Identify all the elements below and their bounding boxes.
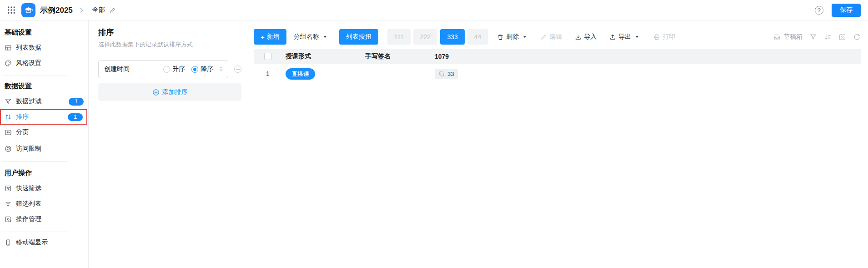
sidebar-section-basic: 基础设置 <box>0 26 88 38</box>
column-header-teaching-mode[interactable]: 授课形式 <box>282 52 361 61</box>
sort-rule-card: 创建时间 升序 降序 <box>98 60 228 78</box>
sidebar-item-list-data[interactable]: 列表数据 <box>0 40 88 56</box>
delete-dropdown[interactable]: 删除 <box>497 33 527 41</box>
sidebar-item-label: 筛选列表 <box>16 200 41 208</box>
sidebar-item-label: 列表数据 <box>16 44 41 52</box>
help-icon[interactable]: ? <box>815 6 823 15</box>
custom-button-44[interactable]: 44 <box>467 29 488 45</box>
action-manage-icon <box>5 216 12 223</box>
table-row[interactable]: 1 直播课 33 <box>254 64 861 84</box>
add-record-button[interactable]: + 新增 <box>254 29 286 45</box>
count-value: 33 <box>447 71 454 77</box>
group-name-label: 分组名称 <box>294 33 319 41</box>
delete-label: 删除 <box>506 33 519 41</box>
sort-desc-radio[interactable]: 降序 <box>191 65 213 73</box>
add-record-label: 新增 <box>267 33 280 41</box>
caret-down-icon <box>634 34 640 40</box>
filter-list-icon <box>5 200 12 207</box>
sidebar-item-pagination[interactable]: 分页 <box>0 125 88 140</box>
sidebar-item-label: 操作管理 <box>16 215 41 223</box>
sort-settings-panel: 排序 选择此数据集下的记录默认排序方式 创建时间 升序 降序 <box>89 20 249 268</box>
apps-grid-icon[interactable] <box>7 6 15 14</box>
sort-asc-radio[interactable]: 升序 <box>163 65 185 73</box>
sidebar-item-quick-filter[interactable]: 快速筛选 <box>0 181 88 196</box>
sort-count-badge: 1 <box>68 113 83 121</box>
print-label: 打印 <box>662 33 675 41</box>
add-sort-label: 添加排序 <box>162 88 188 96</box>
app-logo[interactable] <box>21 3 35 17</box>
plus-icon: + <box>261 33 265 41</box>
filter-records-icon[interactable] <box>809 33 817 41</box>
save-button[interactable]: 保存 <box>832 4 861 17</box>
sidebar-item-mobile-display[interactable]: 移动端显示 <box>0 235 88 250</box>
drafts-button[interactable]: 草稿箱 <box>773 33 803 41</box>
count-chip[interactable]: 33 <box>435 69 458 79</box>
records-table: 授课形式 手写签名 1079 1 直播课 3 <box>254 49 861 84</box>
settings-sidebar: 基础设置 列表数据 风格设置 数据设置 <box>0 20 89 268</box>
workspace: 基础设置 列表数据 风格设置 数据设置 <box>0 20 868 268</box>
sort-rule-row: 创建时间 升序 降序 <box>98 60 241 78</box>
pagination-icon <box>5 129 12 136</box>
sidebar-section-user-actions: 用户操作 <box>0 167 88 179</box>
custom-button-333[interactable]: 333 <box>440 29 464 45</box>
main-content: + 新增 分组名称 列表按扭 111 222 333 44 <box>249 20 868 268</box>
radio-unchecked-icon <box>163 66 170 73</box>
sort-field-name[interactable]: 创建时间 <box>104 65 163 73</box>
select-all-checkbox[interactable] <box>264 53 271 60</box>
refresh-icon[interactable] <box>853 33 861 41</box>
topbar: 示例2025 全部 ? 保存 <box>0 0 868 20</box>
sidebar-item-sort[interactable]: 排序 1 <box>0 109 87 125</box>
group-name-dropdown[interactable]: 分组名称 <box>294 33 328 41</box>
import-label: 导入 <box>584 33 597 41</box>
sort-desc-label: 降序 <box>201 65 213 73</box>
sidebar-item-action-manage[interactable]: 操作管理 <box>0 212 88 227</box>
panel-title: 排序 <box>98 27 249 38</box>
graduation-cap-icon <box>24 5 33 15</box>
quick-filter-icon <box>5 185 12 192</box>
header-select-cell <box>254 53 282 60</box>
export-label: 导出 <box>618 33 631 41</box>
custom-button-222[interactable]: 222 <box>413 29 437 45</box>
teaching-mode-tag: 直播课 <box>286 68 315 80</box>
import-button[interactable]: 导入 <box>575 33 597 41</box>
custom-button-111[interactable]: 111 <box>387 29 411 45</box>
filter-icon <box>5 98 12 105</box>
printer-icon <box>653 34 660 40</box>
remove-sort-rule-button[interactable] <box>234 66 241 73</box>
sidebar-item-style-settings[interactable]: 风格设置 <box>0 56 88 71</box>
sidebar-item-access-limit[interactable]: 访问限制 <box>0 141 88 157</box>
topbar-right: ? 保存 <box>815 4 861 17</box>
sidebar-divider <box>2 232 68 232</box>
column-header-1079[interactable]: 1079 <box>431 53 861 60</box>
edit-button[interactable]: 编辑 <box>540 33 562 41</box>
chevron-right-icon <box>78 7 85 14</box>
drafts-inbox-icon <box>773 33 781 40</box>
print-button[interactable]: 打印 <box>653 33 675 41</box>
breadcrumb-view-name[interactable]: 全部 <box>92 6 105 14</box>
table-icon <box>5 44 12 51</box>
table-header-row: 授课形式 手写签名 1079 <box>254 49 861 64</box>
sidebar-item-label: 快速筛选 <box>16 184 41 192</box>
radio-checked-icon <box>191 66 198 73</box>
sort-asc-label: 升序 <box>172 65 185 73</box>
teaching-mode-cell: 直播课 <box>282 68 361 80</box>
sidebar-item-label: 风格设置 <box>16 59 41 67</box>
row-index-cell: 1 <box>254 70 282 77</box>
column-header-signature[interactable]: 手写签名 <box>361 52 431 61</box>
sidebar-divider <box>2 161 68 162</box>
mobile-icon <box>5 239 12 246</box>
sidebar-divider <box>2 76 68 76</box>
sidebar-item-label: 排序 <box>16 113 29 121</box>
drag-handle-icon[interactable] <box>219 66 223 73</box>
sidebar-item-data-filter[interactable]: 数据过滤 1 <box>0 94 88 109</box>
column-settings-icon[interactable] <box>824 33 832 41</box>
palette-icon <box>5 60 12 67</box>
sidebar-item-label: 访问限制 <box>16 145 41 153</box>
edit-view-name-icon[interactable] <box>109 7 116 14</box>
clear-records-icon[interactable] <box>838 33 846 41</box>
drafts-label: 草稿箱 <box>783 33 803 41</box>
list-button[interactable]: 列表按扭 <box>339 29 378 45</box>
add-sort-button[interactable]: 添加排序 <box>98 83 241 101</box>
sidebar-item-filter-list[interactable]: 筛选列表 <box>0 196 88 212</box>
export-dropdown[interactable]: 导出 <box>609 33 640 41</box>
